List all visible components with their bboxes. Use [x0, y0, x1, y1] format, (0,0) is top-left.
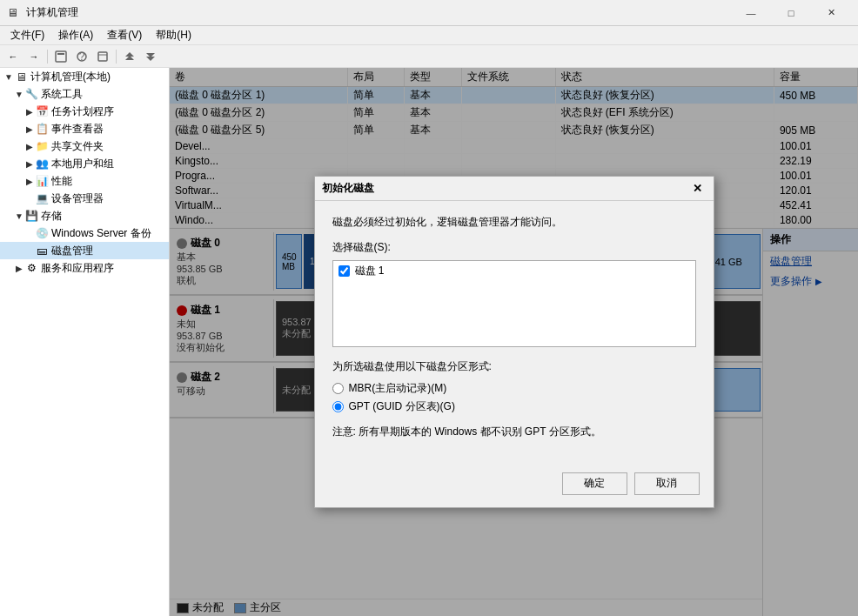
sidebar-item-system-tools[interactable]: ▼ 🔧 系统工具: [0, 85, 169, 103]
shared-icon: 📁: [35, 139, 49, 153]
users-icon: 👥: [35, 157, 49, 171]
expand-icon-users: ▶: [24, 158, 35, 169]
svg-rect-4: [98, 52, 107, 61]
sidebar-item-shared-folders[interactable]: ▶ 📁 共享文件夹: [0, 137, 169, 155]
expand-icon-storage: ▼: [14, 211, 24, 221]
sidebar-label-task: 任务计划程序: [51, 104, 114, 119]
svg-rect-0: [56, 51, 66, 62]
modal-note: 注意: 所有早期版本的 Windows 都不识别 GPT 分区形式。: [332, 425, 696, 439]
toolbar: ← → ?: [0, 45, 858, 68]
device-icon: 💻: [35, 191, 49, 205]
svg-rect-1: [57, 53, 64, 55]
app-icon: 🖥: [7, 6, 21, 20]
sidebar: ▼ 🖥 计算机管理(本地) ▼ 🔧 系统工具 ▶ 📅 任务计划程序 ▶ 📋 事件…: [0, 68, 170, 616]
task-icon: 📅: [35, 104, 49, 118]
modal-title: 初始化磁盘: [322, 181, 689, 196]
minimize-button[interactable]: —: [731, 0, 771, 26]
perf-icon: 📊: [35, 174, 49, 188]
sidebar-label-device: 设备管理器: [51, 191, 104, 206]
sidebar-label-users: 本地用户和组: [51, 157, 114, 171]
disk1-checkbox[interactable]: [339, 265, 350, 277]
modal-partition-label: 为所选磁盘使用以下磁盘分区形式:: [332, 359, 696, 374]
expand-icon-shared: ▶: [24, 141, 35, 151]
sidebar-item-event-viewer[interactable]: ▶ 📋 事件查看器: [0, 120, 169, 137]
storage-icon: 💾: [24, 209, 38, 223]
menu-view[interactable]: 查看(V): [100, 26, 149, 44]
mbr-label[interactable]: MBR(主启动记录)(M): [349, 381, 447, 396]
disk1-label[interactable]: 磁盘 1: [355, 264, 385, 278]
modal-disk-listbox[interactable]: 磁盘 1: [332, 260, 696, 347]
radio-gpt-item[interactable]: GPT (GUID 分区表)(G): [332, 398, 696, 416]
toolbar-btn-5[interactable]: [141, 47, 160, 66]
expand-icon-task: ▶: [24, 106, 35, 117]
title-bar-text: 计算机管理: [26, 5, 731, 20]
sidebar-item-performance[interactable]: ▶ 📊 性能: [0, 172, 169, 190]
sidebar-item-local-users[interactable]: ▶ 👥 本地用户和组: [0, 155, 169, 172]
right-panel: 卷 布局 类型 文件系统 状态 容量 (磁盘 0 磁盘分区 1)简单基本状态良好…: [170, 68, 858, 616]
svg-marker-9: [146, 57, 155, 61]
svg-text:?: ?: [79, 50, 85, 63]
menu-help[interactable]: 帮助(H): [149, 26, 198, 44]
toolbar-separator-2: [116, 50, 117, 64]
modal-overlay: 初始化磁盘 ✕ 磁盘必须经过初始化，逻辑磁盘管理器才能访问。 选择磁盘(S): …: [170, 68, 858, 616]
sidebar-item-disk-management[interactable]: ▶ 🖴 磁盘管理: [0, 242, 169, 259]
modal-radio-group: MBR(主启动记录)(M) GPT (GUID 分区表)(G): [332, 379, 696, 416]
modal-select-label: 选择磁盘(S):: [332, 240, 696, 255]
sidebar-label-perf: 性能: [51, 174, 72, 189]
close-button[interactable]: ✕: [811, 0, 851, 26]
window-controls: — □ ✕: [731, 0, 851, 26]
modal-ok-button[interactable]: 确定: [562, 472, 627, 495]
menu-file[interactable]: 文件(F): [3, 26, 51, 44]
sidebar-item-services[interactable]: ▶ ⚙ 服务和应用程序: [0, 259, 169, 277]
toolbar-btn-2[interactable]: ?: [72, 47, 91, 66]
main-layout: ▼ 🖥 计算机管理(本地) ▼ 🔧 系统工具 ▶ 📅 任务计划程序 ▶ 📋 事件…: [0, 68, 858, 616]
expand-icon-system: ▼: [14, 89, 24, 99]
maximize-button[interactable]: □: [771, 0, 811, 26]
back-button[interactable]: ←: [3, 47, 23, 66]
sidebar-item-task-scheduler[interactable]: ▶ 📅 任务计划程序: [0, 103, 169, 120]
toolbar-btn-1[interactable]: [51, 47, 70, 66]
sidebar-label-event: 事件查看器: [51, 122, 104, 137]
sidebar-item-root[interactable]: ▼ 🖥 计算机管理(本地): [0, 68, 169, 85]
title-bar: 🖥 计算机管理 — □ ✕: [0, 0, 858, 26]
sidebar-label-storage: 存储: [41, 209, 62, 224]
sidebar-label-system-tools: 系统工具: [41, 87, 83, 102]
radio-mbr-item[interactable]: MBR(主启动记录)(M): [332, 379, 696, 398]
modal-titlebar: 初始化磁盘 ✕: [315, 177, 714, 201]
sidebar-label-disk-mgmt: 磁盘管理: [51, 244, 93, 258]
toolbar-btn-3[interactable]: [93, 47, 112, 66]
disk-mgmt-icon: 🖴: [35, 244, 49, 258]
menu-action[interactable]: 操作(A): [51, 26, 100, 44]
sidebar-label-services: 服务和应用程序: [41, 261, 114, 276]
computer-icon: 🖥: [14, 70, 28, 84]
gpt-radio[interactable]: [332, 401, 344, 412]
toolbar-btn-4[interactable]: [120, 47, 139, 66]
system-tools-icon: 🔧: [24, 87, 38, 101]
modal-description: 磁盘必须经过初始化，逻辑磁盘管理器才能访问。: [332, 215, 696, 230]
toolbar-separator-1: [47, 50, 48, 64]
sidebar-label-backup: Windows Server 备份: [51, 226, 151, 241]
expand-icon-perf: ▶: [24, 176, 35, 186]
gpt-label[interactable]: GPT (GUID 分区表)(G): [349, 399, 455, 414]
modal-body: 磁盘必须经过初始化，逻辑磁盘管理器才能访问。 选择磁盘(S): 磁盘 1 为所选…: [315, 201, 714, 465]
modal-footer: 确定 取消: [315, 465, 714, 507]
init-disk-dialog: 初始化磁盘 ✕ 磁盘必须经过初始化，逻辑磁盘管理器才能访问。 选择磁盘(S): …: [314, 176, 714, 508]
backup-icon: 💿: [35, 226, 49, 240]
expand-icon-root: ▼: [3, 71, 14, 82]
sidebar-item-device-manager[interactable]: ▶ 💻 设备管理器: [0, 190, 169, 207]
expand-icon-services: ▶: [14, 263, 24, 273]
forward-button[interactable]: →: [24, 47, 44, 66]
mbr-radio[interactable]: [332, 383, 344, 394]
services-icon: ⚙: [24, 261, 38, 275]
modal-cancel-button[interactable]: 取消: [634, 472, 700, 495]
expand-icon-event: ▶: [24, 124, 35, 134]
sidebar-label-root: 计算机管理(本地): [30, 70, 111, 84]
sidebar-label-shared: 共享文件夹: [51, 139, 104, 154]
sidebar-item-win-backup[interactable]: ▶ 💿 Windows Server 备份: [0, 224, 169, 242]
modal-close-button[interactable]: ✕: [689, 180, 707, 198]
listbox-item-disk1[interactable]: 磁盘 1: [333, 261, 695, 281]
sidebar-item-storage[interactable]: ▼ 💾 存储: [0, 207, 169, 224]
menu-bar: 文件(F) 操作(A) 查看(V) 帮助(H): [0, 26, 858, 45]
event-icon: 📋: [35, 122, 49, 136]
